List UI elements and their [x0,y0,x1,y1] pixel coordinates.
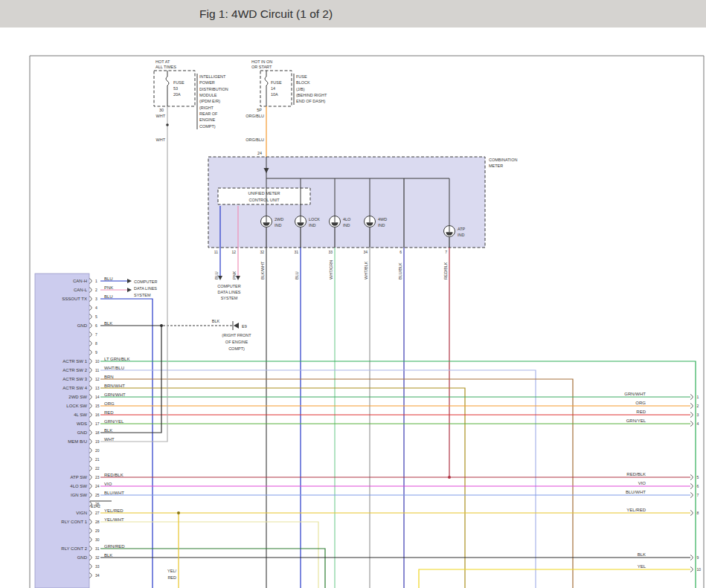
pin-bracket [89,537,92,543]
pin-bracket [89,439,92,445]
pin-bracket [89,386,92,391]
pin-name: MEM B/U [68,439,87,444]
wire-color-label: GRN/WHT [104,392,126,397]
combination-meter: COMBINATION METER UNIFIED METER CONTROL … [208,157,517,248]
module-label: COMPT) [199,124,216,129]
meter-label-2: METER [489,164,503,168]
pin-name: ACTR SW 1 [62,359,87,364]
pin-bracket [89,332,92,337]
pin-bracket [89,314,92,320]
junction-dot [177,511,180,514]
pin-number: 7 [95,332,97,337]
module-label: BLOCK [296,80,310,85]
terminal-number: 1 [697,395,699,399]
terminal-number: 4 [697,421,699,426]
wire-color-label: BLU [214,271,219,280]
wire-color-label: ORG/BLU [246,138,264,142]
pin-bracket [89,466,92,471]
hot-at-label: HOT AT [155,59,170,64]
wire-color-label: ORG/BLU [246,114,264,118]
wire-color-label: ORG [635,401,646,405]
wire-color-label: RED/BLK [626,472,646,476]
terminal-number: 5 [697,475,699,479]
meter-pin-number: 12 [231,250,236,254]
pin-bracket [89,297,92,302]
pin-number: 29 [95,529,100,533]
pin-number: 33 [95,564,100,569]
pin-name: WDS [77,421,87,426]
wire [100,388,465,588]
pin-bracket [89,341,92,346]
pin-bracket [89,484,92,489]
junction-dot [166,123,169,126]
wire [100,549,325,588]
pin-name: RLY CONT 1 [61,520,87,524]
meter-entry-pin: 24 [257,151,262,155]
wire-color-label: VIO [638,481,646,485]
fuse-exit-pin: 30 [159,108,164,112]
pin-bracket [89,493,92,498]
title-bar [0,0,706,28]
pin-bracket [89,457,92,462]
pin-name: CAN-L [74,288,88,292]
umcu-label-2: CONTROL UNIT [248,198,280,202]
wire-color-label: BLK [212,319,220,323]
meter-pin-number: 11 [214,250,218,254]
wire-color-label: WHT [104,437,115,442]
terminal-number: 3 [697,413,699,417]
pin-number: 3 [95,297,97,301]
terminal-bracket [690,475,693,480]
lamp-label: 4LO [343,217,351,222]
pin-name: ATP SW [71,475,88,479]
wire-color-label: GRN/RED [104,544,125,549]
wire-color-label: BRN/WHT [104,384,125,388]
terminal-bracket [690,404,693,409]
wire [100,379,573,588]
terminal-bracket [690,413,693,418]
pin-bracket [89,413,92,418]
pin-name: LOCK SW [66,404,87,408]
connector-arrow-icon [234,323,239,329]
pin-name: ACTR SW 4 [62,386,87,390]
pin-bracket [89,279,92,284]
terminal-bracket [690,484,693,489]
wire [100,522,318,588]
wire-color-label: YEL/RED [104,508,123,513]
module-label: ENGINE [199,117,215,122]
module-label: REAR OF [199,112,218,116]
junction-dot [160,324,163,327]
fuse-amps: 10A [271,92,278,97]
pin-number: 8 [95,341,97,346]
pin-number: 18 [95,430,100,435]
pin-number: 11 [95,368,99,372]
lamp-label: IND [343,223,350,227]
pin-name: CAN-H [73,279,87,283]
junction-dot [448,476,451,479]
pin-name: VIGN [76,511,87,515]
meter-pin-number: 32 [260,250,264,254]
pin-number: 30 [95,537,100,542]
wire-color-label: RED [636,410,646,414]
pin-number: 32 [95,555,100,560]
lamp-label: IND [458,233,465,237]
wire-color-label: BLK [104,428,112,433]
pin-bracket [89,350,92,355]
fuse-number: 14 [271,86,275,91]
pin-bracket [89,377,92,382]
pin-number: 1 [95,279,97,283]
pin-name: SSSOUT TX [62,297,87,301]
terminal-bracket [690,421,693,427]
ground-id: E9 [242,324,247,329]
wiring-diagram: Fig 1: 4WD Circuit (1 of 2) E142 HOT AT … [0,0,706,588]
system-label: DATA LINES [218,290,241,294]
pin-number: 9 [95,350,97,355]
wire-color-label: BRN [104,375,114,379]
fuse-symbol [265,71,268,106]
lamp-label: IND [309,223,316,227]
computer-data-lines-bottom: COMPUTER DATA LINES SYSTEM [217,284,241,300]
wire-color-label: YEL/WHT [104,517,124,522]
fuse-14-block: HOT IN ON OR START FUSE 14 10A FUSE BLOC… [246,59,327,157]
wire-color-label: WHT [155,114,165,118]
wire-color-label: ORG [104,401,115,406]
pin-number: 14 [95,395,100,399]
